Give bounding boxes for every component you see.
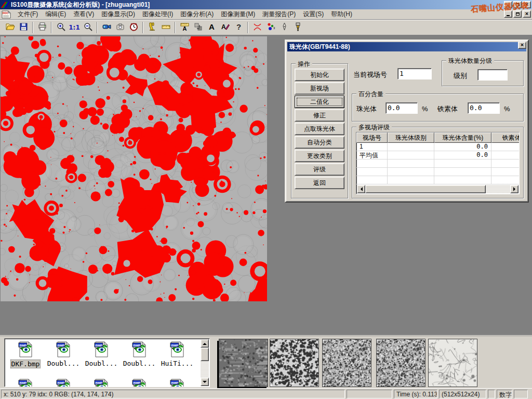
- operation-button-7[interactable]: 更改类别: [295, 150, 344, 162]
- scroll-right-button[interactable]: [510, 185, 518, 193]
- table-header-4[interactable]: 铁素体含量(%): [491, 132, 520, 143]
- window-titlebar[interactable]: IS100显微摄像系统(金相分析版) - [zhuguangti01] ×: [0, 0, 532, 9]
- document-icon[interactable]: DOC: [2, 10, 11, 19]
- operation-button-8[interactable]: 评级: [295, 163, 344, 176]
- scroll-up-button[interactable]: [201, 339, 209, 348]
- operation-button-1[interactable]: 初始化: [295, 69, 344, 81]
- image-merge-button[interactable]: [191, 21, 205, 34]
- grade-input[interactable]: [477, 69, 508, 81]
- svg-text:DOC: DOC: [3, 11, 9, 15]
- menu-item-7[interactable]: 图像测量(M): [217, 9, 259, 20]
- delete-curve-button[interactable]: [250, 21, 264, 34]
- menu-item-4[interactable]: 图像显示(D): [98, 9, 139, 20]
- text-annotation-button[interactable]: A: [205, 21, 218, 34]
- file-list-scrollbar[interactable]: [201, 339, 209, 386]
- table-header-3[interactable]: 珠光体含量(%): [434, 132, 491, 143]
- draw-pen-button[interactable]: [277, 21, 291, 34]
- file-item-4[interactable]: BMPDoubl...: [121, 341, 158, 367]
- menu-item-10[interactable]: 帮助(H): [327, 9, 356, 20]
- operation-button-5[interactable]: 点取珠光体: [295, 123, 344, 135]
- image-merge-icon: [193, 22, 203, 33]
- table-horizontal-scrollbar[interactable]: [357, 185, 518, 193]
- table-row-4[interactable]: [356, 168, 519, 176]
- edit-annotation-button[interactable]: A: [218, 21, 232, 34]
- open-file-button[interactable]: [3, 21, 17, 34]
- save-file-button[interactable]: [17, 21, 30, 34]
- ruler-button[interactable]: [159, 21, 172, 34]
- file-item-2[interactable]: BMPDoubl...: [45, 341, 82, 367]
- thumbnail-1[interactable]: [219, 339, 268, 387]
- operation-button-4[interactable]: 修正: [295, 109, 344, 122]
- thumbnail-5[interactable]: [428, 339, 477, 387]
- measure-scale-button[interactable]: A: [178, 21, 191, 34]
- scroll-left-button[interactable]: [357, 185, 365, 193]
- svg-text:?: ?: [236, 22, 241, 31]
- thumbnail-4[interactable]: [376, 339, 425, 387]
- table-row-3[interactable]: [356, 159, 519, 168]
- menu-item-8[interactable]: 测量报告(P): [259, 9, 299, 20]
- actual-size-button[interactable]: 1:1: [68, 21, 81, 34]
- print-icon: [37, 22, 47, 33]
- operation-button-9[interactable]: 返回: [295, 177, 344, 189]
- file-item-row2-5[interactable]: BMP: [158, 378, 196, 387]
- close-button[interactable]: ×: [523, 1, 531, 8]
- video-capture-button[interactable]: [100, 21, 113, 34]
- table-header-2[interactable]: 珠光体级别: [388, 132, 434, 143]
- file-name: Doubl...: [85, 360, 118, 367]
- operation-button-6[interactable]: 自动分类: [295, 136, 344, 149]
- menu-item-1[interactable]: 文件(F): [14, 9, 42, 20]
- thumbnail-2[interactable]: [270, 339, 319, 387]
- scroll-up-icon: [203, 341, 207, 345]
- file-scroll-thumb[interactable]: [201, 348, 209, 361]
- child-close-button[interactable]: ×: [523, 10, 531, 18]
- paint-fill-button[interactable]: [291, 21, 304, 34]
- menu-item-2[interactable]: 编辑(E): [42, 9, 70, 20]
- table-row-5[interactable]: [356, 176, 519, 184]
- print-button[interactable]: [35, 21, 49, 34]
- metallographic-image[interactable]: [1, 36, 267, 301]
- file-item-row2-2[interactable]: BMP: [45, 378, 82, 387]
- menu-item-9[interactable]: 设置(S): [299, 9, 327, 20]
- scroll-right-icon: [513, 187, 517, 191]
- help-button[interactable]: ?: [232, 21, 245, 34]
- timer-button[interactable]: [127, 21, 140, 34]
- child-restore-button[interactable]: [513, 10, 522, 18]
- caliper-button[interactable]: [145, 21, 159, 34]
- operation-button-3[interactable]: 二值化: [295, 96, 344, 108]
- file-item-3[interactable]: BMPDoubl...: [83, 341, 120, 367]
- menu-item-5[interactable]: 图像处理(I): [139, 9, 177, 20]
- toolbar-separator: [175, 22, 176, 33]
- restore-button[interactable]: [513, 1, 522, 8]
- table-cell: [491, 159, 520, 167]
- dialog-titlebar[interactable]: 珠光体(GB/T9441-88): [287, 42, 526, 51]
- file-item-row2-1[interactable]: BMP: [7, 378, 44, 387]
- zoom-out-button[interactable]: [81, 21, 95, 34]
- ferrite-percent-input[interactable]: 0.0: [468, 102, 500, 114]
- scroll-thumb[interactable]: [365, 185, 486, 193]
- table-row-1[interactable]: 10.0: [356, 143, 519, 151]
- table-row-2[interactable]: 平均值0.0: [356, 151, 519, 159]
- phase-classify-button[interactable]: 3: [264, 21, 277, 34]
- file-item-row2-4[interactable]: BMP: [121, 378, 158, 387]
- pearlite-percent-input[interactable]: 0.0: [385, 102, 418, 114]
- minimize-button[interactable]: [504, 1, 512, 8]
- dialog-close-button[interactable]: ×: [518, 42, 526, 49]
- table-header-1[interactable]: 视场号: [356, 132, 388, 143]
- menu-item-6[interactable]: 图像分析(A): [177, 9, 217, 20]
- file-item-row2-3[interactable]: BMP: [83, 378, 120, 387]
- current-field-input[interactable]: 1: [397, 68, 432, 79]
- menu-item-3[interactable]: 查看(V): [70, 9, 98, 20]
- thumbnail-3[interactable]: [322, 339, 371, 387]
- snapshot-button[interactable]: [113, 21, 127, 34]
- file-list[interactable]: BMPDKF.bmpBMPDoubl...BMPDoubl...BMPDoubl…: [4, 338, 210, 387]
- file-item-5[interactable]: BMPHuiTi...: [158, 341, 196, 367]
- grade-label: 级别: [454, 71, 467, 81]
- menu-bar: DOC 文件(F)编辑(E)查看(V)图像显示(D)图像处理(I)图像分析(A)…: [0, 9, 532, 20]
- draw-pen-icon: [280, 22, 289, 33]
- child-minimize-button[interactable]: [504, 10, 512, 18]
- scroll-down-button[interactable]: [201, 378, 209, 386]
- multi-field-table[interactable]: 视场号珠光体级别珠光体含量(%)铁素体含量(%) 10.0平均值0.0: [356, 132, 520, 194]
- file-item-1[interactable]: BMPDKF.bmp: [7, 341, 44, 368]
- zoom-in-button[interactable]: [54, 21, 68, 34]
- operation-button-2[interactable]: 新视场: [295, 82, 344, 95]
